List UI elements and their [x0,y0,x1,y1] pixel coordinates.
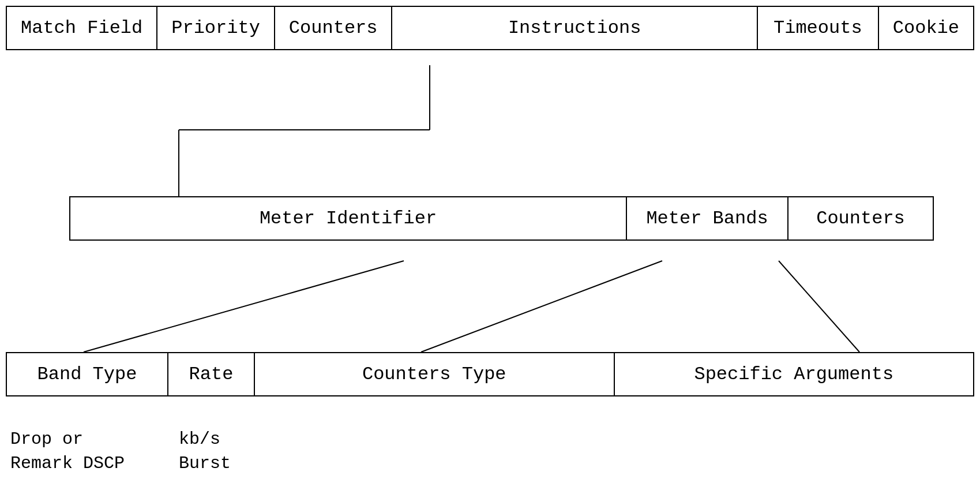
middle-row: Meter Identifier Meter Bands Counters [69,196,934,241]
svg-line-4 [779,261,859,352]
top-row: Match Field Priority Counters Instructio… [6,6,974,50]
middle-cell-meter-identifier: Meter Identifier [70,197,627,239]
connector-lines [0,0,980,494]
diagram-container: Match Field Priority Counters Instructio… [0,0,980,494]
top-cell-cookie: Cookie [879,7,973,49]
bottom-cell-rate: Rate [168,353,255,395]
annotation-rate: kb/s Burst [179,427,231,476]
top-cell-match-field: Match Field [7,7,157,49]
top-cell-instructions: Instructions [392,7,757,49]
bottom-row: Band Type Rate Counters Type Specific Ar… [6,352,974,396]
top-cell-priority: Priority [157,7,275,49]
svg-line-3 [84,261,404,352]
top-cell-counters: Counters [275,7,393,49]
annotation-band-type: Drop or Remark DSCP [10,427,125,476]
middle-cell-meter-bands: Meter Bands [627,197,788,239]
svg-line-5 [421,261,662,352]
middle-cell-counters: Counters [788,197,933,239]
bottom-cell-specific-arguments: Specific Arguments [615,353,974,395]
top-cell-timeouts: Timeouts [758,7,879,49]
bottom-cell-band-type: Band Type [7,353,168,395]
bottom-cell-counters-type: Counters Type [255,353,615,395]
